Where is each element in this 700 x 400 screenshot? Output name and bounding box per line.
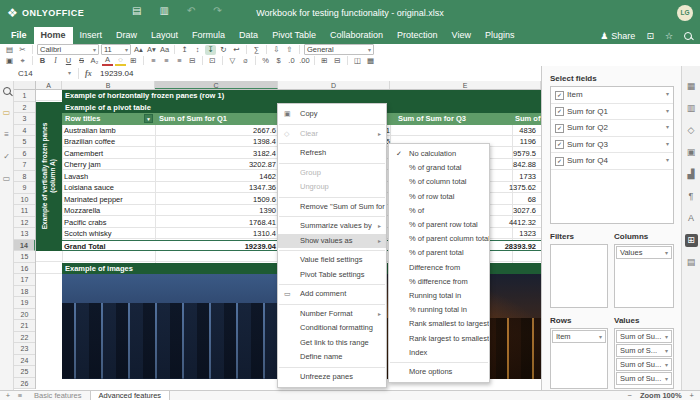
decrement-font-size-icon[interactable]: A▾	[146, 45, 157, 55]
copy-style-icon[interactable]: ▣	[4, 56, 15, 66]
save-icon[interactable]: ▤	[132, 5, 141, 16]
submenu-item-running-total-in[interactable]: % running total in	[389, 303, 489, 317]
column-header-b[interactable]: B	[62, 81, 155, 89]
shape-settings-icon[interactable]: ◇	[685, 124, 698, 137]
row-header-17[interactable]: 17	[14, 274, 35, 286]
sheet-list-button[interactable]: ≡	[14, 391, 26, 400]
submenu-item-rank-smallest-to-largest[interactable]: Rank smallest to largest	[389, 317, 489, 331]
chip-dropdown-icon[interactable]: ▾	[665, 247, 668, 259]
submenu-item-of-parent-row-total[interactable]: % of parent row total	[389, 218, 489, 232]
field-dropdown-icon[interactable]: ▾	[666, 120, 669, 136]
menu-item-add-comment[interactable]: ▭Add comment	[278, 287, 386, 302]
columns-chip-values[interactable]: Values▾	[616, 246, 672, 259]
menu-item-unfreeze-panes[interactable]: Unfreeze panes	[278, 370, 386, 385]
field-dropdown-icon[interactable]: ▾	[666, 153, 669, 169]
increase-decimal-icon[interactable]: .00	[299, 56, 310, 66]
tab-collaboration[interactable]: Collaboration	[323, 27, 390, 44]
field-checkbox[interactable]: ✓	[555, 124, 564, 133]
row-header-24[interactable]: 24	[14, 355, 35, 367]
named-ranges-icon[interactable]: ⊡	[207, 56, 218, 66]
zoom-out-button[interactable]: −	[628, 391, 632, 400]
tab-pivot-table[interactable]: Pivot Table	[265, 27, 323, 44]
sort-descending-icon[interactable]: ⇧	[284, 45, 295, 55]
menu-item-remove-sum-of-sum-for-q1[interactable]: Remove "Sum of Sum for Q1 "	[278, 200, 386, 215]
row-header-3[interactable]: 3	[14, 113, 35, 125]
row-header-6[interactable]: 6	[14, 148, 35, 160]
pivot-filter-dropdown[interactable]: ▼	[144, 114, 153, 123]
column-header-d[interactable]: D	[278, 81, 390, 89]
row-header-1[interactable]: 1	[14, 90, 35, 102]
delete-cells-icon[interactable]: ⊟	[332, 56, 343, 66]
favorites-star-icon[interactable]: ☆	[665, 31, 673, 41]
autosum-icon[interactable]: ∑	[251, 45, 262, 55]
values-chip-sum-of-su[interactable]: Sum of Su...▾	[616, 330, 672, 343]
submenu-item-of-row-total[interactable]: % of row total	[389, 190, 489, 204]
align-top-icon[interactable]: ↥	[179, 45, 190, 55]
conditional-format-icon[interactable]: ◫	[352, 56, 363, 66]
row-header-2[interactable]: 2	[14, 102, 35, 114]
submenu-item-of[interactable]: % of	[389, 204, 489, 218]
row-header-21[interactable]: 21	[14, 320, 35, 332]
row-header-10[interactable]: 10	[14, 194, 35, 206]
row-header-20[interactable]: 20	[14, 309, 35, 321]
merge-cells-icon[interactable]: ⊟	[187, 56, 198, 66]
format-as-table-icon[interactable]: ▦	[365, 56, 376, 66]
row-header-25[interactable]: 25	[14, 366, 35, 378]
formula-input[interactable]: 19239.04	[100, 66, 133, 81]
rows-chip-item[interactable]: Item▾	[552, 330, 606, 343]
tab-layout[interactable]: Layout	[144, 27, 185, 44]
tab-view[interactable]: View	[445, 27, 478, 44]
tab-formula[interactable]: Formula	[185, 27, 232, 44]
field-dropdown-icon[interactable]: ▾	[666, 137, 669, 153]
menu-item-get-link-to-this-range[interactable]: Get link to this range	[278, 336, 386, 351]
print-icon[interactable]: ▥	[159, 5, 168, 16]
field-checkbox[interactable]: ✓	[555, 91, 564, 100]
column-header-e[interactable]: E	[390, 81, 541, 89]
chart-settings-icon[interactable]: ▟	[685, 168, 698, 181]
row-header-11[interactable]: 11	[14, 205, 35, 217]
field-checkbox[interactable]: ✓	[555, 157, 564, 166]
row-header-5[interactable]: 5	[14, 136, 35, 148]
menu-item-summarize-values-by[interactable]: Summarize values by▸	[278, 219, 386, 234]
row-header-7[interactable]: 7	[14, 159, 35, 171]
values-box[interactable]: Sum of Su...▾Sum of S...▾Sum of Su...▾Su…	[614, 328, 674, 389]
search-icon[interactable]	[3, 87, 11, 95]
values-chip-sum-of-su[interactable]: Sum of Su...▾	[616, 358, 672, 371]
row-header-12[interactable]: 12	[14, 217, 35, 229]
paragraph-settings-icon[interactable]: ¶	[685, 190, 698, 203]
borders-icon[interactable]: ⊞	[128, 56, 139, 66]
field-dropdown-icon[interactable]: ▾	[666, 104, 669, 120]
change-case-icon[interactable]: Aa	[159, 45, 170, 55]
field-row-sum-for-q4[interactable]: ✓Sum for Q4▾	[551, 153, 673, 170]
submenu-item-no-calculation[interactable]: ✓No calculation	[389, 147, 489, 161]
search-icon[interactable]	[684, 32, 692, 40]
row-header-9[interactable]: 9	[14, 182, 35, 194]
wrap-text-icon[interactable]: ↩	[231, 45, 242, 55]
clear-filter-icon[interactable]: ⌀	[240, 56, 251, 66]
row-header-23[interactable]: 23	[14, 343, 35, 355]
pivot-table-settings-icon[interactable]: ⊞	[685, 234, 698, 247]
bold-button[interactable]: B	[37, 56, 48, 66]
field-row-sum-for-q3[interactable]: ✓Sum for Q3▾	[551, 137, 673, 154]
row-header-14[interactable]: 14	[14, 240, 35, 252]
row-header-18[interactable]: 18	[14, 286, 35, 298]
select-all-icon[interactable]: ⌖	[17, 56, 28, 66]
chip-dropdown-icon[interactable]: ▾	[599, 331, 602, 343]
comments-icon[interactable]: ▭	[3, 108, 11, 117]
row-header-13[interactable]: 13	[14, 228, 35, 240]
spellcheck-icon[interactable]: ✓	[3, 152, 10, 161]
paste-icon[interactable]: ▤	[4, 45, 15, 55]
cell-name-box[interactable]: C14	[14, 66, 70, 81]
redo-icon[interactable]: ↷	[213, 5, 221, 16]
menu-item-conditional-formatting[interactable]: Conditional formatting	[278, 321, 386, 336]
tab-file[interactable]: File	[4, 27, 34, 44]
select-all-corner[interactable]	[14, 81, 36, 89]
field-checkbox[interactable]: ✓	[555, 107, 564, 116]
menu-item-define-name[interactable]: Define name	[278, 350, 386, 365]
sheet-tab-advanced-features[interactable]: Advanced features	[90, 391, 171, 400]
row-header-15[interactable]: 15	[14, 251, 35, 263]
submenu-item-of-parent-total[interactable]: % of parent total	[389, 246, 489, 260]
sheet-tab-basic-features[interactable]: Basic features	[26, 391, 90, 400]
italic-button[interactable]: I	[50, 56, 61, 66]
font-color-icon[interactable]: A	[102, 56, 113, 66]
